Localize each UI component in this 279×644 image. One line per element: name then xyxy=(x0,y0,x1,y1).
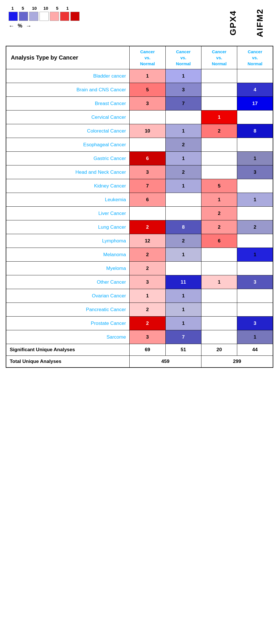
data-cell: 10 xyxy=(130,124,165,138)
data-cell: 3 xyxy=(130,165,165,179)
swatch-dark-red xyxy=(70,12,80,21)
legend-label-10-right: 10 xyxy=(41,6,51,11)
data-cell: 2 xyxy=(130,220,165,234)
cancer-name: Liver Cancer xyxy=(6,207,130,220)
swatch-light-blue xyxy=(29,12,38,21)
data-cell: 1 xyxy=(130,289,165,303)
swatch-dark-blue xyxy=(9,12,18,21)
data-cell: 8 xyxy=(165,220,201,234)
cancer-name: Myeloma xyxy=(6,262,130,275)
data-cell xyxy=(237,234,273,248)
data-cell xyxy=(165,207,201,220)
cancer-name: Lung Cancer xyxy=(6,220,130,234)
sig-gpx4-col2: 51 xyxy=(165,344,201,356)
cancer-row: Liver Cancer2 xyxy=(6,207,273,220)
data-cell: 11 xyxy=(165,275,201,289)
data-cell: 2 xyxy=(130,262,165,275)
data-cell: 3 xyxy=(130,97,165,110)
cancer-row: Brain and CNS Cancer534 xyxy=(6,83,273,97)
sig-aifm2-col2: 44 xyxy=(237,344,273,356)
legend-labels-row: 1 5 10 10 5 1 xyxy=(9,6,80,11)
cancer-row: Kidney Cancer715 xyxy=(6,179,273,193)
total-gpx4: 459 xyxy=(130,356,201,368)
data-cell: 1 xyxy=(237,152,273,165)
cancer-name: Lymphoma xyxy=(6,234,130,248)
data-cell xyxy=(130,207,165,220)
data-cell: 4 xyxy=(237,83,273,97)
cancer-name: Other Cancer xyxy=(6,275,130,289)
data-cell: 8 xyxy=(237,124,273,138)
cancer-row: Lymphoma1226 xyxy=(6,234,273,248)
data-cell xyxy=(237,207,273,220)
data-cell: 1 xyxy=(201,275,237,289)
data-cell: 1 xyxy=(237,193,273,207)
legend-label-5-right: 5 xyxy=(52,6,62,11)
cancer-row: Myeloma2 xyxy=(6,262,273,275)
data-cell: 1 xyxy=(165,124,201,138)
data-cell: 2 xyxy=(130,248,165,262)
data-cell: 5 xyxy=(201,179,237,193)
data-cell xyxy=(237,289,273,303)
data-cell xyxy=(201,152,237,165)
data-cell: 1 xyxy=(201,193,237,207)
legend-arrow-row: ← % → xyxy=(9,23,80,29)
cancer-name: Melanoma xyxy=(6,248,130,262)
data-cell xyxy=(201,317,237,330)
sig-gpx4-col1: 69 xyxy=(130,344,165,356)
total-row: Total Unique Analyses 459 299 xyxy=(6,356,273,368)
cancer-row: Prostate Cancer213 xyxy=(6,317,273,330)
data-cell xyxy=(165,193,201,207)
total-label: Total Unique Analyses xyxy=(6,356,130,368)
data-cell: 2 xyxy=(165,138,201,152)
cancer-name: Cervical Cancer xyxy=(6,110,130,124)
data-cell: 6 xyxy=(130,152,165,165)
data-cell xyxy=(201,165,237,179)
top-section: 1 5 10 10 5 1 ← % → GPX4 AIFM2 xyxy=(6,6,273,40)
cancer-row: Bladder cancer11 xyxy=(6,69,273,83)
cancer-row: Cervical Cancer1 xyxy=(6,110,273,124)
data-cell: 5 xyxy=(130,83,165,97)
legend-label-1-left: 1 xyxy=(9,6,17,11)
data-cell xyxy=(237,69,273,83)
data-cell xyxy=(201,138,237,152)
data-cell: 2 xyxy=(201,207,237,220)
data-cell: 1 xyxy=(165,303,201,317)
data-cell: 3 xyxy=(165,83,201,97)
legend-label-10-left: 10 xyxy=(29,6,39,11)
cancer-name: Sarcome xyxy=(6,330,130,344)
gpx4-col1-header: Cancervs.Normal xyxy=(130,46,165,69)
legend-swatches-row xyxy=(9,12,80,21)
data-cell: 2 xyxy=(165,234,201,248)
swatch-light-red xyxy=(50,12,59,21)
cancer-row: Lung Cancer2822 xyxy=(6,220,273,234)
data-cell: 3 xyxy=(237,317,273,330)
cancer-row: Other Cancer31113 xyxy=(6,275,273,289)
data-cell xyxy=(130,138,165,152)
data-cell xyxy=(201,83,237,97)
cancer-name: Gastric Cancer xyxy=(6,152,130,165)
data-cell: 2 xyxy=(165,165,201,179)
data-cell: 6 xyxy=(201,234,237,248)
data-cell: 3 xyxy=(130,330,165,344)
data-cell xyxy=(201,330,237,344)
data-cell xyxy=(201,69,237,83)
data-cell: 1 xyxy=(165,152,201,165)
data-cell xyxy=(201,262,237,275)
data-cell xyxy=(165,262,201,275)
data-cell: 2 xyxy=(130,303,165,317)
data-cell: 1 xyxy=(165,179,201,193)
cancer-row: Leukemia611 xyxy=(6,193,273,207)
data-cell: 1 xyxy=(201,110,237,124)
data-cell: 2 xyxy=(130,317,165,330)
cancer-row: Sarcome371 xyxy=(6,330,273,344)
cancer-name: Head and Neck Cancer xyxy=(6,165,130,179)
data-cell: 1 xyxy=(165,317,201,330)
cancer-name: Breast Cancer xyxy=(6,97,130,110)
data-cell xyxy=(237,138,273,152)
cancer-row: Esophageal Cancer2 xyxy=(6,138,273,152)
data-cell: 3 xyxy=(237,275,273,289)
cancer-name: Brain and CNS Cancer xyxy=(6,83,130,97)
cancer-name: Esophageal Cancer xyxy=(6,138,130,152)
aifm2-col1-header: Cancervs.Normal xyxy=(201,46,237,69)
header-row: Analysis Type by Cancer Cancervs.Normal … xyxy=(6,46,273,69)
